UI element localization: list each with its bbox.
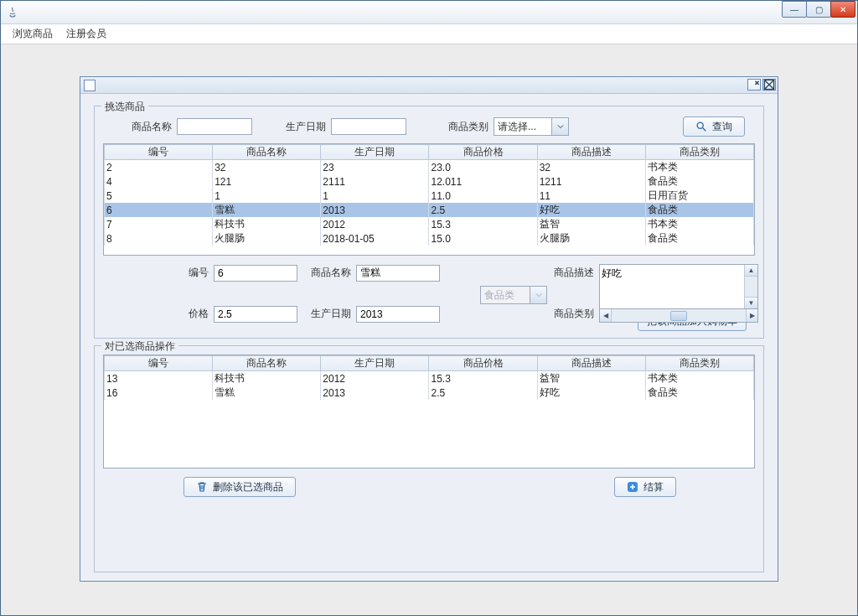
trash-icon xyxy=(196,481,208,493)
table-cell: 32 xyxy=(537,160,645,175)
table-row[interactable]: 2322323.032书本类 xyxy=(105,160,754,175)
cart-table-wrap[interactable]: 编号 商品名称 生产日期 商品价格 商品描述 商品类别 13科技书201215.… xyxy=(103,355,755,468)
table-cell: 1 xyxy=(213,189,321,203)
table-cell: 火腿肠 xyxy=(537,231,645,246)
group-select-goods-title: 挑选商品 xyxy=(101,100,148,114)
outer-content: 大头猿源码 挑选商品 商品名称 生产日期 商品类别 请选择... xyxy=(1,44,857,615)
menu-browse-goods[interactable]: 浏览商品 xyxy=(6,23,59,44)
table-row[interactable]: 13科技书201215.3益智书本类 xyxy=(105,371,754,386)
input-produce-date[interactable] xyxy=(331,118,406,135)
scroll-thumb[interactable] xyxy=(670,311,687,321)
th2-id[interactable]: 编号 xyxy=(105,356,213,371)
table-cell: 书本类 xyxy=(645,217,753,231)
goods-table-wrap[interactable]: 编号 商品名称 生产日期 商品价格 商品描述 商品类别 2322323.032书… xyxy=(103,143,755,256)
th2-name[interactable]: 商品名称 xyxy=(213,356,321,371)
input-goods-name[interactable] xyxy=(177,118,252,135)
scroll-up-icon[interactable]: ▲ xyxy=(745,265,757,277)
internal-titlebar[interactable] xyxy=(80,77,778,94)
search-row: 商品名称 生产日期 商品类别 请选择... xyxy=(103,115,755,143)
desc-horizontal-scrollbar[interactable]: ◀ ▶ xyxy=(599,309,758,323)
table-cell: 15.3 xyxy=(429,217,537,231)
query-button[interactable]: 查询 xyxy=(683,116,745,137)
table-cell: 1211 xyxy=(537,174,645,189)
th2-price[interactable]: 商品价格 xyxy=(429,356,537,371)
table-cell: 科技书 xyxy=(213,217,321,231)
table-cell: 11.0 xyxy=(429,189,537,203)
internal-restore-button[interactable] xyxy=(747,79,761,91)
menu-register-member[interactable]: 注册会员 xyxy=(59,23,113,44)
table-row[interactable]: 6雪糕20132.5好吃食品类 xyxy=(105,203,754,217)
label-detail-category: 商品类别 xyxy=(540,307,599,321)
table-cell: 益智 xyxy=(537,217,645,231)
table-cell: 食品类 xyxy=(645,386,753,400)
table-row[interactable]: 7科技书201215.3益智书本类 xyxy=(105,217,754,231)
table-cell: 书本类 xyxy=(645,160,753,175)
table-cell: 书本类 xyxy=(645,371,753,386)
th2-date[interactable]: 生产日期 xyxy=(321,356,429,371)
input-detail-price[interactable] xyxy=(214,306,297,323)
minimize-button[interactable]: — xyxy=(782,1,807,18)
th-desc[interactable]: 商品描述 xyxy=(537,145,645,160)
combo-category-value: 请选择... xyxy=(498,120,536,134)
table-cell: 2012 xyxy=(321,217,429,231)
label-produce-date: 生产日期 xyxy=(286,120,326,134)
th2-category[interactable]: 商品类别 xyxy=(645,356,753,371)
table-row[interactable]: 16雪糕20132.5好吃食品类 xyxy=(105,386,754,400)
detail-form: 编号 商品名称 商品描述 ▲ ▼ xyxy=(103,256,755,323)
group-selected-ops: 对已选商品操作 编号 商品名称 生产日期 商品价格 商品描述 商品类别 xyxy=(94,345,764,572)
table-cell: 8 xyxy=(105,231,213,246)
table-cell: 食品类 xyxy=(645,203,753,217)
table-cell: 32 xyxy=(213,160,321,175)
table-cell: 2.5 xyxy=(429,203,537,217)
combo-detail-category[interactable]: 食品类 xyxy=(480,286,547,304)
table-row[interactable]: 4121211112.0111211食品类 xyxy=(105,174,754,189)
svg-point-1 xyxy=(697,122,703,128)
close-button[interactable]: ✕ xyxy=(830,1,855,18)
table-cell: 2013 xyxy=(321,203,429,217)
label-goods-category: 商品类别 xyxy=(448,120,488,134)
combo-detail-category-value: 食品类 xyxy=(484,288,514,303)
th-name[interactable]: 商品名称 xyxy=(213,145,321,160)
th-id[interactable]: 编号 xyxy=(105,145,213,160)
table-cell: 6 xyxy=(105,203,213,217)
delete-selected-button[interactable]: 删除该已选商品 xyxy=(183,477,296,497)
combo-goods-category[interactable]: 请选择... xyxy=(494,117,569,136)
table-cell: 1 xyxy=(321,189,429,203)
label-detail-name: 商品名称 xyxy=(306,266,356,280)
table-cell: 121 xyxy=(213,174,321,189)
desc-vertical-scrollbar[interactable]: ▲ ▼ xyxy=(744,265,757,308)
textarea-detail-desc-wrap: ▲ ▼ xyxy=(599,264,758,309)
checkout-button[interactable]: 结算 xyxy=(614,477,676,497)
table-cell: 16 xyxy=(105,386,213,400)
th-category[interactable]: 商品类别 xyxy=(645,145,753,160)
maximize-button[interactable]: ▢ xyxy=(806,1,831,18)
table-cell: 11 xyxy=(537,189,645,203)
input-detail-id[interactable] xyxy=(214,265,297,282)
cart-table: 编号 商品名称 生产日期 商品价格 商品描述 商品类别 13科技书201215.… xyxy=(104,355,754,400)
th2-desc[interactable]: 商品描述 xyxy=(537,356,645,371)
input-detail-name[interactable] xyxy=(356,265,440,282)
table-cell: 科技书 xyxy=(213,371,321,386)
th-price[interactable]: 商品价格 xyxy=(429,145,537,160)
table-row[interactable]: 51111.011日用百货 xyxy=(105,189,754,203)
java-icon xyxy=(6,6,19,19)
document-icon xyxy=(84,80,96,91)
table-cell: 2 xyxy=(105,160,213,175)
table-cell: 食品类 xyxy=(645,231,753,246)
scroll-down-icon[interactable]: ▼ xyxy=(745,297,757,308)
textarea-detail-desc[interactable] xyxy=(600,265,744,308)
goods-table: 编号 商品名称 生产日期 商品价格 商品描述 商品类别 2322323.032书… xyxy=(104,144,754,246)
table-cell: 12.011 xyxy=(429,174,537,189)
table-cell: 好吃 xyxy=(537,203,645,217)
table-cell: 13 xyxy=(105,371,213,386)
table-cell: 2013 xyxy=(321,386,429,400)
scroll-right-icon[interactable]: ▶ xyxy=(746,309,757,322)
group-select-goods: 挑选商品 商品名称 生产日期 商品类别 请选择... xyxy=(94,106,764,339)
scroll-left-icon[interactable]: ◀ xyxy=(600,309,612,322)
search-icon xyxy=(695,121,707,132)
th-date[interactable]: 生产日期 xyxy=(321,145,429,160)
input-detail-date[interactable] xyxy=(356,306,440,323)
table-row[interactable]: 8火腿肠2018-01-0515.0火腿肠食品类 xyxy=(105,231,754,246)
table-cell: 益智 xyxy=(537,371,645,386)
internal-close-button[interactable] xyxy=(762,79,776,91)
